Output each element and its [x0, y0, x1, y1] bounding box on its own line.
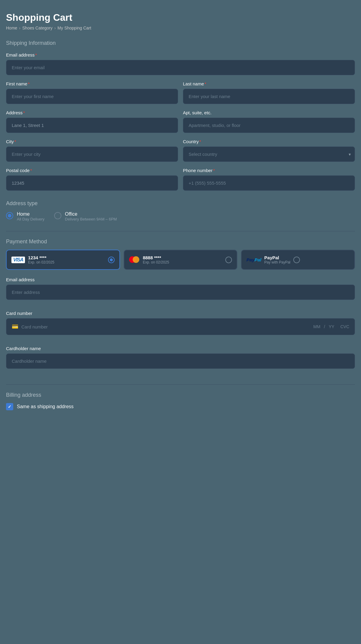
breadcrumb: Home › Shoes Category › My Shopping Cart	[6, 26, 355, 30]
payment-cards-row: VISA 1234 **** Exp. on 02/2025 8888 ****…	[6, 250, 355, 270]
postal-input[interactable]	[6, 175, 178, 191]
card-number-label: Card number	[6, 311, 355, 316]
shipping-section: Shipping Information Email address* Firs…	[6, 40, 355, 191]
same-as-shipping-row: ✓ Same as shipping address	[6, 403, 355, 410]
office-label-group: Office Delivery Between 9AM – 6PM	[65, 211, 117, 221]
card-cvc: CVC	[340, 324, 349, 329]
postal-label: Postal code*	[6, 168, 178, 173]
mastercard-radio	[225, 257, 232, 263]
cardholder-input[interactable]	[6, 353, 355, 369]
visa-card-exp: Exp. on 02/2025	[28, 260, 105, 264]
apt-wrapper: Apt, suite, etc.	[183, 110, 355, 133]
billing-section: Billing address ✓ Same as shipping addre…	[6, 392, 355, 410]
address-input[interactable]	[6, 118, 178, 133]
shipping-section-title: Shipping Information	[6, 40, 355, 46]
home-radio-outer	[6, 212, 13, 219]
email-field-wrapper: Email address*	[6, 52, 355, 75]
name-row: First name* Last name*	[6, 81, 355, 104]
address-type-section: Address type Home All Day Delivery Offic…	[6, 200, 355, 221]
same-as-shipping-label: Same as shipping address	[17, 404, 74, 409]
divider-2	[6, 384, 355, 385]
phone-input[interactable]	[183, 175, 355, 191]
mastercard-card-number: 8888 ****	[143, 255, 223, 260]
breadcrumb-home[interactable]: Home	[6, 26, 17, 30]
visa-logo: VISA	[11, 257, 25, 263]
country-select-wrapper: Select country United States United King…	[183, 146, 355, 162]
mastercard-right-circle	[133, 256, 139, 263]
breadcrumb-cart[interactable]: My Shopping Cart	[57, 26, 91, 30]
office-label: Office	[65, 211, 117, 217]
visa-card[interactable]: VISA 1234 **** Exp. on 02/2025	[6, 250, 120, 270]
paypal-card-info: PayPal Pay with PayPal	[264, 255, 291, 264]
country-wrapper: Country* Select country United States Un…	[183, 139, 355, 162]
address-row: Address* Apt, suite, etc.	[6, 110, 355, 133]
apt-label: Apt, suite, etc.	[183, 110, 355, 115]
first-name-label: First name*	[6, 81, 178, 86]
apt-input[interactable]	[183, 118, 355, 133]
card-date-cvc: MM / YY CVC	[313, 324, 349, 329]
payment-email-input[interactable]	[6, 285, 355, 300]
breadcrumb-sep-1: ›	[19, 26, 20, 30]
last-name-input[interactable]	[183, 89, 355, 104]
phone-wrapper: Phone number*	[183, 168, 355, 191]
city-label: City*	[6, 139, 178, 144]
email-label: Email address*	[6, 52, 355, 57]
breadcrumb-category[interactable]: Shoes Category	[22, 26, 52, 30]
home-label: Home	[17, 211, 45, 217]
payment-section: Payment Method VISA 1234 **** Exp. on 02…	[6, 239, 355, 375]
same-as-shipping-checkbox[interactable]: ✓	[6, 403, 13, 410]
postal-phone-row: Postal code* Phone number*	[6, 168, 355, 191]
credit-card-icon: 💳	[12, 323, 18, 330]
paypal-sub: Pay with PayPal	[264, 260, 291, 264]
card-number-wrapper: Card number 💳 MM / YY CVC	[6, 311, 355, 335]
paypal-card[interactable]: PayPal PayPal Pay with PayPal	[241, 250, 355, 270]
page-title: Shopping Cart	[6, 12, 355, 23]
first-name-wrapper: First name*	[6, 81, 178, 104]
last-name-wrapper: Last name*	[183, 81, 355, 104]
office-radio-outer	[54, 212, 61, 219]
address-type-options: Home All Day Delivery Office Delivery Be…	[6, 211, 355, 221]
home-desc: All Day Delivery	[17, 217, 45, 221]
payment-email-wrapper: Email address	[6, 277, 355, 300]
country-label: Country*	[183, 139, 355, 144]
email-required: *	[35, 52, 37, 57]
paypal-radio	[293, 257, 300, 263]
visa-card-info: 1234 **** Exp. on 02/2025	[28, 255, 105, 264]
card-mm: MM	[313, 324, 320, 329]
visa-radio	[108, 257, 115, 263]
city-country-row: City* Country* Select country United Sta…	[6, 139, 355, 162]
city-input[interactable]	[6, 146, 178, 162]
address-type-office[interactable]: Office Delivery Between 9AM – 6PM	[54, 211, 117, 221]
mastercard-logo	[129, 256, 140, 263]
phone-label: Phone number*	[183, 168, 355, 173]
paypal-name: PayPal	[264, 255, 291, 260]
cardholder-label: Cardholder name	[6, 346, 355, 351]
visa-radio-inner	[110, 258, 113, 261]
address-label: Address*	[6, 110, 178, 115]
country-select[interactable]: Select country United States United King…	[183, 146, 355, 162]
card-number-input[interactable]	[21, 324, 310, 329]
billing-title: Billing address	[6, 392, 355, 398]
checkmark-icon: ✓	[8, 404, 11, 409]
breadcrumb-sep-2: ›	[54, 26, 56, 30]
postal-wrapper: Postal code*	[6, 168, 178, 191]
address-type-home[interactable]: Home All Day Delivery	[6, 211, 45, 221]
address-wrapper: Address*	[6, 110, 178, 133]
payment-form-fields: Email address Card number 💳 MM / YY CVC …	[6, 277, 355, 375]
home-radio-inner	[8, 214, 11, 217]
card-yy: YY	[329, 324, 335, 329]
office-desc: Delivery Between 9AM – 6PM	[65, 217, 117, 221]
mastercard-card-exp: Exp. on 02/2025	[143, 260, 223, 264]
mastercard-card-info: 8888 **** Exp. on 02/2025	[143, 255, 223, 264]
visa-card-number: 1234 ****	[28, 255, 105, 260]
city-wrapper: City*	[6, 139, 178, 162]
divider-1	[6, 231, 355, 231]
email-input[interactable]	[6, 60, 355, 75]
card-slash: /	[324, 324, 325, 329]
cardholder-wrapper: Cardholder name	[6, 346, 355, 369]
card-number-input-container: 💳 MM / YY CVC	[6, 318, 355, 335]
mastercard-card[interactable]: 8888 **** Exp. on 02/2025	[124, 250, 238, 270]
payment-title: Payment Method	[6, 239, 355, 245]
address-type-title: Address type	[6, 200, 355, 207]
first-name-input[interactable]	[6, 89, 178, 104]
